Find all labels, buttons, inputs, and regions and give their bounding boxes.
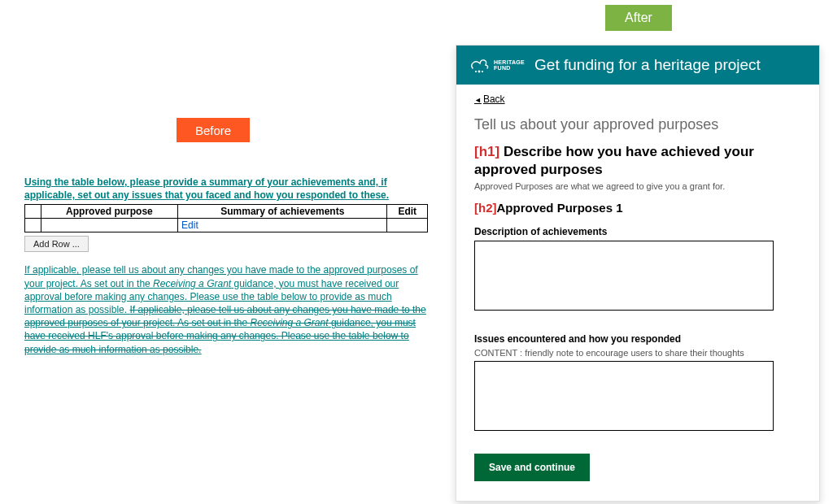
before-paragraph: If applicable, please tell us about any … bbox=[24, 263, 428, 355]
before-strike-italic: Receiving a Grant bbox=[251, 317, 329, 328]
before-badge: Before bbox=[177, 118, 250, 142]
edit-link[interactable]: Edit bbox=[178, 219, 387, 232]
before-intro-text: Using the table below, please provide a … bbox=[24, 176, 428, 202]
after-header: HERITAGE FUND Get funding for a heritage… bbox=[456, 46, 819, 85]
table-header-summary: Summary of achievements bbox=[178, 205, 387, 219]
after-badge: After bbox=[605, 5, 672, 31]
svg-point-2 bbox=[482, 71, 483, 72]
h1-marker: [h1] bbox=[474, 144, 504, 159]
description-textarea[interactable] bbox=[474, 241, 774, 311]
table-cell-approved bbox=[41, 219, 177, 232]
logo-text-line2: FUND bbox=[494, 65, 525, 71]
field2-note: CONTENT : friendly note to encourage use… bbox=[474, 348, 801, 358]
back-link[interactable]: Back bbox=[474, 93, 505, 105]
h2-text: Approved Purposes 1 bbox=[497, 201, 623, 215]
svg-point-1 bbox=[475, 71, 477, 72]
logo-text-line1: HERITAGE bbox=[494, 59, 525, 65]
add-row-button[interactable]: Add Row ... bbox=[24, 236, 89, 252]
svg-point-0 bbox=[478, 71, 481, 73]
h1-help-text: Approved Purposes are what we agreed to … bbox=[474, 181, 801, 191]
section-intro: Tell us about your approved purposes bbox=[474, 116, 801, 133]
lottery-icon bbox=[468, 54, 491, 76]
h1-text: Describe how you have achieved your appr… bbox=[474, 144, 754, 177]
table-row: Edit bbox=[25, 219, 428, 232]
table-cell-blank bbox=[25, 219, 41, 232]
table-cell-edit bbox=[387, 219, 428, 232]
after-body: Back Tell us about your approved purpose… bbox=[456, 85, 819, 501]
before-para-italic1: Receiving a Grant bbox=[153, 278, 231, 289]
heritage-fund-logo: HERITAGE FUND bbox=[468, 54, 525, 76]
before-panel: Using the table below, please provide a … bbox=[24, 176, 428, 356]
before-table: Approved purpose Summary of achievements… bbox=[24, 204, 428, 232]
table-header-row: Approved purpose Summary of achievements… bbox=[25, 205, 428, 219]
after-panel: HERITAGE FUND Get funding for a heritage… bbox=[456, 45, 820, 502]
issues-textarea[interactable] bbox=[474, 361, 774, 431]
h1-heading: [h1] Describe how you have achieved your… bbox=[474, 143, 801, 179]
header-title: Get funding for a heritage project bbox=[534, 56, 761, 74]
h2-marker: [h2] bbox=[474, 201, 497, 215]
table-header-blank bbox=[25, 205, 41, 219]
field1-label: Description of achievements bbox=[474, 226, 801, 237]
h2-heading: [h2]Approved Purposes 1 bbox=[474, 201, 801, 215]
save-and-continue-button[interactable]: Save and continue bbox=[474, 454, 590, 481]
field2-label: Issues encountered and how you responded bbox=[474, 333, 801, 345]
logo-text: HERITAGE FUND bbox=[494, 59, 525, 72]
table-header-approved: Approved purpose bbox=[41, 205, 177, 219]
table-header-edit: Edit bbox=[387, 205, 428, 219]
